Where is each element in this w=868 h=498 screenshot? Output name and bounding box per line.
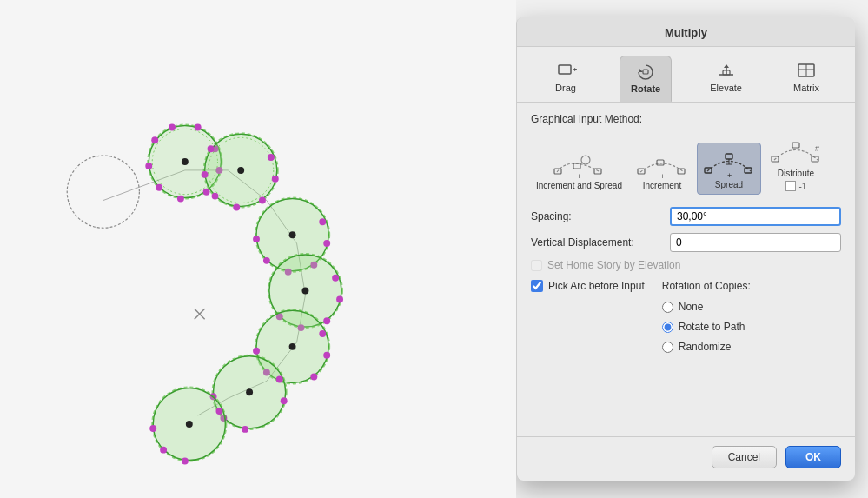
svg-rect-80 <box>643 70 648 74</box>
svg-point-22 <box>195 123 202 130</box>
svg-point-21 <box>169 123 176 130</box>
svg-text:#: # <box>815 144 819 153</box>
radio-rotate-to-path-label: Rotate to Path <box>679 321 745 333</box>
svg-text:+: + <box>727 171 732 178</box>
svg-rect-104 <box>792 143 799 148</box>
svg-point-37 <box>319 218 326 225</box>
svg-rect-98 <box>726 154 732 159</box>
svg-point-28 <box>272 176 279 183</box>
svg-point-69 <box>186 421 193 428</box>
radio-randomize-label: Randomize <box>679 341 732 353</box>
method-increment-spread-icon: + <box>553 148 605 179</box>
svg-point-38 <box>323 240 330 247</box>
radio-randomize[interactable] <box>662 342 673 353</box>
radio-rotate-to-path[interactable] <box>662 322 673 333</box>
svg-point-56 <box>310 374 317 381</box>
svg-point-19 <box>145 163 152 169</box>
radio-none-label: None <box>679 301 704 313</box>
method-increment[interactable]: + Increment <box>631 144 693 195</box>
radio-randomize-row: Randomize <box>662 341 751 353</box>
method-distribute-label: Distribute <box>778 169 814 179</box>
svg-point-61 <box>246 388 253 395</box>
spacing-label: Spacing: <box>531 210 670 222</box>
svg-point-9 <box>67 156 139 228</box>
elevate-icon <box>714 61 739 80</box>
svg-point-73 <box>149 425 156 432</box>
tabs-row: Drag Rotate Elevate <box>517 47 855 103</box>
svg-point-55 <box>323 352 330 359</box>
svg-point-13 <box>182 158 189 165</box>
cancel-button[interactable]: Cancel <box>712 446 777 468</box>
tab-elevate-label: Elevate <box>710 83 742 93</box>
svg-point-58 <box>253 348 260 355</box>
spacing-row: Spacing: <box>531 207 841 226</box>
tab-drag-label: Drag <box>555 83 576 93</box>
method-increment-icon: + <box>636 148 688 179</box>
svg-point-27 <box>268 154 275 161</box>
svg-marker-79 <box>639 68 643 72</box>
svg-point-70 <box>215 408 222 415</box>
svg-point-42 <box>253 236 260 242</box>
method-distribute[interactable]: # Distribute -1 <box>765 132 827 195</box>
canvas-drawing <box>0 0 516 498</box>
svg-point-63 <box>281 397 288 404</box>
dialog-footer: Cancel OK <box>517 436 855 481</box>
tab-rotate-label: Rotate <box>631 83 660 94</box>
graphical-input-label: Graphical Input Method: <box>531 113 841 125</box>
set-home-story-label: Set Home Story by Elevation <box>547 259 680 271</box>
svg-point-64 <box>242 426 248 433</box>
svg-marker-83 <box>724 64 729 68</box>
svg-point-29 <box>259 197 266 204</box>
tab-rotate[interactable]: Rotate <box>620 56 672 102</box>
drag-icon <box>553 61 578 80</box>
vertical-displacement-input[interactable] <box>670 233 841 252</box>
svg-point-26 <box>237 167 244 174</box>
svg-rect-95 <box>678 169 685 174</box>
svg-point-62 <box>276 376 283 383</box>
pick-arc-row: Pick Arc before Input <box>531 280 645 292</box>
svg-point-33 <box>208 145 215 152</box>
method-increment-spread-label: Increment and Spread <box>536 181 622 191</box>
left-col: Pick Arc before Input <box>531 280 645 355</box>
svg-point-71 <box>182 458 189 465</box>
svg-text:+: + <box>577 172 581 179</box>
svg-point-30 <box>233 204 240 211</box>
svg-point-17 <box>177 196 184 203</box>
svg-point-32 <box>202 171 209 178</box>
method-spread[interactable]: + Spread <box>697 143 761 195</box>
svg-point-47 <box>336 295 343 302</box>
tab-drag[interactable]: Drag <box>540 56 592 102</box>
spacing-input[interactable] <box>670 207 841 226</box>
svg-point-41 <box>263 257 270 264</box>
distribute-checkbox[interactable] <box>785 181 796 191</box>
svg-point-18 <box>156 184 162 191</box>
method-spread-icon: + <box>703 147 755 178</box>
set-home-story-checkbox[interactable] <box>531 260 542 271</box>
radio-none-row: None <box>662 301 751 313</box>
svg-point-46 <box>332 275 339 282</box>
radio-rotate-to-path-row: Rotate to Path <box>662 321 751 333</box>
svg-marker-78 <box>574 68 577 71</box>
pick-arc-checkbox[interactable] <box>531 280 543 292</box>
svg-rect-89 <box>573 163 580 169</box>
vertical-displacement-row: Vertical Displacement: <box>531 233 841 252</box>
vertical-displacement-label: Vertical Displacement: <box>531 236 670 249</box>
method-increment-spread[interactable]: + Increment and Spread <box>531 144 627 195</box>
method-spread-label: Spread <box>715 180 743 190</box>
tab-elevate[interactable]: Elevate <box>699 56 752 102</box>
svg-point-53 <box>289 343 296 350</box>
tab-matrix[interactable]: Matrix <box>780 56 832 102</box>
matrix-icon <box>794 61 818 80</box>
bottom-section: Pick Arc before Input Rotation of Copies… <box>531 280 841 355</box>
svg-point-20 <box>151 136 158 143</box>
dialog-body: Graphical Input Method: + Increment and … <box>517 103 855 436</box>
ok-button[interactable]: OK <box>785 446 841 468</box>
radio-none[interactable] <box>662 302 673 313</box>
multiply-dialog: Multiply Drag Rotate <box>516 17 855 481</box>
svg-point-54 <box>319 330 326 337</box>
svg-point-72 <box>160 447 167 454</box>
svg-text:+: + <box>660 172 665 179</box>
dialog-title: Multiply <box>517 17 855 47</box>
rotation-of-copies: Rotation of Copies: None Rotate to Path … <box>662 280 751 355</box>
pick-arc-label: Pick Arc before Input <box>548 280 645 292</box>
